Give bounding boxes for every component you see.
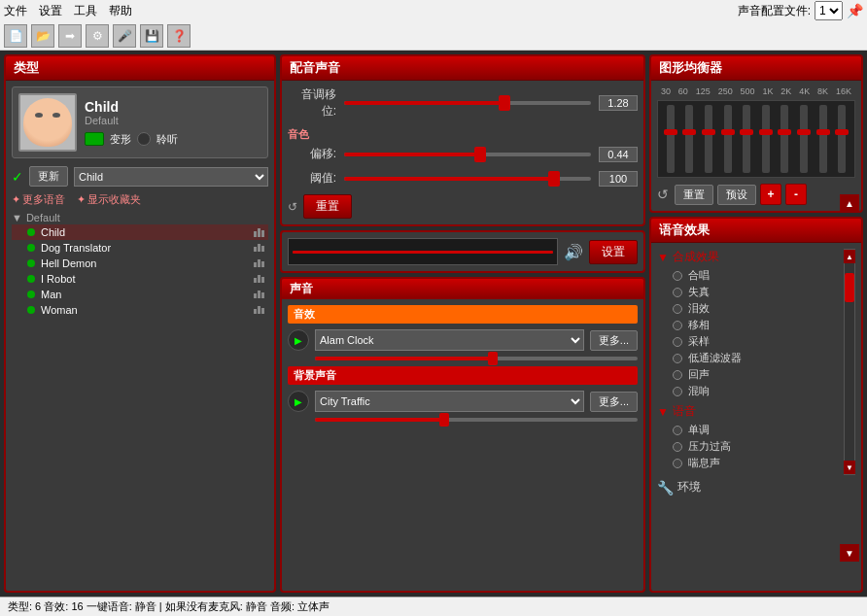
effect-label-distortion: 失真 (688, 285, 710, 299)
voice-profile-label: 声音配置文件: (738, 3, 811, 19)
effect-sample[interactable]: 采样 (657, 333, 844, 350)
menu-tools[interactable]: 工具 (74, 3, 97, 19)
bg-volume-slider[interactable] (315, 418, 638, 422)
effects-scrollbar[interactable]: ▲ ▼ (844, 249, 855, 475)
radio-phase (673, 321, 682, 330)
eq-controls: ↺ 重置 预设 + - (657, 184, 855, 205)
effect-highpitch[interactable]: 压力过高 (657, 438, 844, 455)
update-button[interactable]: 更新 (29, 166, 68, 187)
voice-item-irobot[interactable]: I Robot (12, 271, 268, 287)
effect-reverb[interactable]: 混响 (657, 383, 844, 399)
record-icon[interactable]: 🎤 (113, 24, 136, 48)
dot (27, 275, 35, 283)
bg-play-button[interactable]: ▶ (288, 391, 309, 412)
voice-item-label: Child (41, 226, 65, 238)
threshold-value[interactable]: 100 (599, 171, 638, 187)
eq-minus-button[interactable]: - (785, 184, 807, 205)
dot (27, 291, 35, 298)
menu-file[interactable]: 文件 (4, 3, 27, 19)
effect-echo[interactable]: 回声 (657, 366, 844, 383)
effect-lowpass[interactable]: 低通滤波器 (657, 350, 844, 366)
env-label[interactable]: 环境 (677, 479, 701, 496)
gear-icon[interactable]: ⚙ (86, 24, 109, 48)
effects-group-voice-header[interactable]: ▼ 语音 (657, 403, 844, 420)
voice-item-man[interactable]: Man (12, 287, 268, 302)
threshold-row: 阈值: 100 (288, 170, 638, 187)
eq-bar-125[interactable] (702, 105, 715, 173)
type-select[interactable]: Child (74, 167, 268, 187)
bg-slider-row (288, 418, 638, 422)
radio-echo (673, 370, 682, 380)
threshold-slider[interactable] (344, 171, 591, 187)
transform-button[interactable]: 变形 (110, 132, 131, 147)
alarm-select[interactable]: Alam Clock (315, 329, 584, 351)
sound-panel: 声音 音效 ▶ Alam Clock 更多... 背景声音 ▶ (280, 277, 645, 593)
eq-bar-60[interactable] (683, 105, 697, 173)
listen-button[interactable]: 聆听 (156, 132, 178, 147)
menubar: 文件 设置 工具 帮助 声音配置文件: 1 📌 (0, 0, 867, 21)
show-favorites-link[interactable]: ✦ 显示收藏夹 (77, 192, 141, 207)
set-button[interactable]: 设置 (589, 240, 638, 264)
effect-monotone[interactable]: 单调 (657, 422, 844, 438)
voice-group-label: ▼ Default (12, 211, 268, 224)
eq-bar-500[interactable] (740, 105, 753, 173)
voice-item-label: I Robot (41, 273, 75, 285)
more-voices-link[interactable]: ✦ 更多语音 (12, 192, 65, 207)
threshold-thumb[interactable] (548, 171, 560, 187)
effect-phase[interactable]: 移相 (657, 317, 844, 333)
effects-group-voice-label: 语音 (673, 403, 696, 420)
voice-item-woman[interactable]: Woman (12, 302, 268, 318)
bias-value[interactable]: 0.44 (599, 147, 638, 162)
open-icon[interactable]: 📂 (31, 24, 54, 48)
eq-reset-button[interactable]: 重置 (675, 185, 713, 205)
effect-chorus[interactable]: 合唱 (657, 267, 844, 284)
effects-scroll-down[interactable]: ▼ (844, 461, 855, 474)
eq-bar-1k[interactable] (759, 105, 773, 173)
save-icon[interactable]: 💾 (140, 24, 163, 48)
eq-bar-16k[interactable] (835, 105, 849, 173)
eq-bar-8k[interactable] (816, 105, 830, 173)
help-icon[interactable]: ❓ (167, 24, 191, 48)
menu-help[interactable]: 帮助 (109, 3, 132, 19)
menu-settings[interactable]: 设置 (39, 3, 62, 19)
eq-bar-4k[interactable] (797, 105, 811, 173)
bg-more-button[interactable]: 更多... (590, 392, 638, 412)
bg-select[interactable]: City Traffic (315, 391, 584, 412)
voice-item-dog[interactable]: Dog Translator (12, 240, 268, 256)
env-icon: 🔧 (657, 480, 674, 496)
effects-group-synthesis-header[interactable]: ▼ 合成效果 (657, 249, 844, 265)
effect-distortion[interactable]: 失真 (657, 284, 844, 300)
green-indicator (85, 132, 104, 146)
bias-thumb[interactable] (474, 147, 486, 162)
effect-label-tear: 泪效 (688, 301, 710, 316)
eq-preset-button[interactable]: 预设 (717, 185, 756, 205)
eq-bar-2k[interactable] (779, 105, 792, 173)
effects-scroll-up[interactable]: ▲ (844, 250, 855, 263)
bias-slider[interactable] (344, 147, 591, 162)
eq-plus-button[interactable]: + (760, 184, 781, 205)
eq-bar-30[interactable] (664, 105, 677, 173)
arrow-icon[interactable]: ➡ (58, 24, 82, 48)
radio-breath (673, 459, 682, 468)
eq-header: 图形均衡器 (651, 56, 861, 81)
reset-button[interactable]: 重置 (303, 194, 352, 219)
right-panel: 图形均衡器 30 60 125 250 500 1K 2K 4K 8K 16K (649, 54, 863, 593)
pitch-slider[interactable] (344, 95, 591, 111)
tone-label: 音色 (288, 127, 638, 142)
alarm-volume-slider[interactable] (315, 357, 638, 360)
effect-breath[interactable]: 喘息声 (657, 455, 844, 471)
new-icon[interactable]: 📄 (4, 24, 27, 48)
effect-tear[interactable]: 泪效 (657, 300, 844, 317)
update-row: ✓ 更新 Child (12, 166, 268, 187)
alarm-play-button[interactable]: ▶ (288, 329, 309, 351)
alarm-more-button[interactable]: 更多... (590, 330, 638, 351)
voice-profile-select[interactable]: 1 (815, 1, 843, 20)
voice-item-child[interactable]: Child (12, 224, 268, 240)
voice-item-hell[interactable]: Hell Demon (12, 256, 268, 271)
voice-item-label: Man (41, 289, 61, 300)
pitch-value[interactable]: 1.28 (599, 95, 638, 111)
pitch-thumb[interactable] (499, 95, 510, 111)
eq-bar-250[interactable] (721, 105, 735, 173)
pitch-fill (344, 101, 504, 105)
voice-item-label: Dog Translator (41, 242, 111, 254)
